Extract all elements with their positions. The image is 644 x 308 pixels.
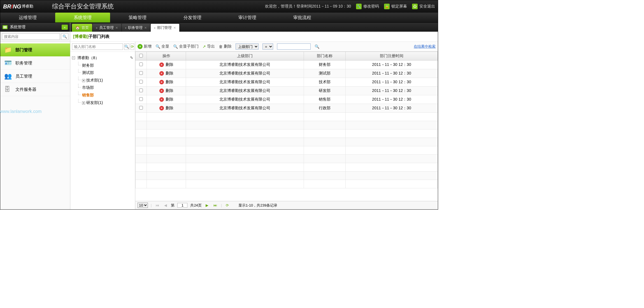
- delete-icon: ✕: [159, 71, 164, 76]
- page-icon: ▫: [96, 26, 97, 30]
- tab-0[interactable]: 🏠首页: [72, 24, 92, 32]
- table-row: ✕删除北京博睿勤技术发展有限公司技术部2011－11－30 12：30: [136, 78, 438, 87]
- collapse-icon[interactable]: −: [72, 56, 75, 59]
- logo: BRING 博睿勤: [3, 3, 49, 10]
- tree-node[interactable]: 销售部: [78, 91, 133, 99]
- row-checkbox[interactable]: [139, 97, 143, 101]
- select-all-checkbox[interactable]: [139, 54, 143, 57]
- delete-icon: ✕: [159, 80, 164, 84]
- delete-icon: ✕: [159, 106, 164, 110]
- close-icon[interactable]: ✕: [173, 26, 176, 30]
- sidebar-item-1[interactable]: 🪪职务管理: [0, 57, 70, 70]
- topnav-item-3[interactable]: 分发管理: [165, 13, 220, 22]
- table-row-empty: [136, 129, 438, 138]
- tree-root[interactable]: − 博睿勤（8） ✎: [72, 54, 133, 62]
- show-all-button[interactable]: 🔍全显: [155, 44, 169, 49]
- lock-screen-button[interactable]: 🔒 锁定屏幕: [384, 4, 407, 9]
- logout-button[interactable]: ⏻ 安全退出: [412, 4, 435, 9]
- tree-node[interactable]: 市场部: [78, 84, 133, 91]
- first-page-button[interactable]: ⏮: [154, 203, 160, 207]
- row-checkbox[interactable]: [139, 62, 143, 66]
- close-icon[interactable]: ✕: [144, 26, 147, 30]
- table-row: ✕删除北京博睿勤技术发展有限公司财务部2011－11－30 12：30: [136, 61, 438, 69]
- edit-icon[interactable]: ✎: [130, 54, 133, 62]
- total-pages: 共24页: [190, 203, 201, 208]
- collapse-sidebar-button[interactable]: «: [62, 25, 68, 30]
- row-delete-button[interactable]: ✕删除: [159, 62, 173, 67]
- sidebar-item-2[interactable]: 👥员工管理: [0, 70, 70, 83]
- sidebar-item-0[interactable]: 📁部门管理: [0, 43, 70, 57]
- tree-node[interactable]: 财务部: [78, 62, 133, 69]
- list-icon: [3, 25, 8, 29]
- wrench-icon: 🔧: [356, 4, 362, 9]
- expand-icon[interactable]: +: [82, 79, 85, 82]
- row-checkbox[interactable]: [139, 80, 143, 84]
- pager: 10 | ⏮ ◀ 第 共24页 ▶ ⏭ | ⟳ 显示1-10，共239条记录: [135, 201, 438, 209]
- sidebar-item-3[interactable]: 🗄文件服务器: [0, 83, 70, 96]
- tab-1[interactable]: ▫员工管理✕: [93, 24, 121, 32]
- row-delete-button[interactable]: ✕删除: [159, 97, 173, 102]
- topnav-item-5[interactable]: 审批流程: [275, 13, 330, 22]
- filter-search-button[interactable]: 🔍: [315, 44, 319, 49]
- filter-value-input[interactable]: [277, 43, 311, 50]
- expand-icon[interactable]: +: [82, 101, 85, 105]
- change-password-button[interactable]: 🔧 修改密码: [356, 4, 379, 9]
- data-grid: 操作上级部门部门名称部门注册时间 ✕删除北京博睿勤技术发展有限公司财务部2011…: [135, 52, 438, 188]
- page-size-select[interactable]: 10: [138, 203, 148, 208]
- search-in-results-link[interactable]: 在结果中检索: [414, 44, 436, 49]
- table-row-empty: [136, 121, 438, 129]
- topnav-item-2[interactable]: 策略管理: [110, 13, 165, 22]
- table-row-empty: [136, 113, 438, 121]
- page-icon: ▫: [154, 26, 155, 30]
- row-delete-button[interactable]: ✕删除: [159, 106, 173, 111]
- tree-node[interactable]: +技术部(1): [78, 77, 133, 84]
- tree-node[interactable]: 测试部: [78, 69, 133, 77]
- table-row-empty: [136, 163, 438, 172]
- top-nav: 运维管理系统管理策略管理分发管理审计管理审批流程: [0, 13, 438, 23]
- col-header: 操作: [147, 52, 186, 61]
- tab-3[interactable]: ▫部门管理✕: [151, 24, 179, 32]
- prev-page-button[interactable]: ◀: [163, 203, 168, 207]
- sidebar-icon: 🗄: [4, 86, 13, 93]
- tab-2[interactable]: ▫职务管理✕: [122, 24, 150, 32]
- app-title: 综合平台安全管理系统: [52, 2, 114, 11]
- close-icon[interactable]: ✕: [115, 26, 118, 30]
- filter-op-select[interactable]: =: [262, 43, 273, 50]
- filter-field-select[interactable]: 上级部门: [236, 43, 259, 50]
- row-delete-button[interactable]: ✕删除: [159, 80, 173, 85]
- trash-icon: 🗑: [219, 44, 223, 49]
- page-icon: ▫: [125, 26, 127, 30]
- show-all-sub-button[interactable]: 🔍全显子部门: [173, 44, 199, 49]
- current-page-input[interactable]: [177, 203, 187, 208]
- add-button[interactable]: +新增: [138, 44, 152, 49]
- last-page-button[interactable]: ⏭: [212, 203, 218, 207]
- svg-rect-3: [3, 28, 7, 28]
- col-header: 上级部门: [186, 52, 304, 61]
- sidebar-search-button[interactable]: 🔍: [61, 33, 68, 40]
- export-button[interactable]: ↗导出: [203, 44, 215, 49]
- sidebar-icon: 📁: [4, 46, 13, 54]
- sidebar-search-input[interactable]: [2, 33, 60, 40]
- table-row-empty: [136, 146, 438, 155]
- grid-toolbar: +新增 🔍全显 🔍全显子部门 ↗导出 🗑删除 上级部门 = 🔍 在结果中检索: [135, 42, 438, 52]
- next-page-button[interactable]: ▶: [204, 203, 210, 207]
- row-delete-button[interactable]: ✕删除: [159, 88, 173, 93]
- content-tabs: 🏠首页▫员工管理✕▫职务管理✕▫部门管理✕: [70, 23, 438, 32]
- tree-refresh-button[interactable]: ⟳: [131, 43, 134, 50]
- delete-icon: ✕: [159, 89, 164, 93]
- row-delete-button[interactable]: ✕删除: [159, 71, 173, 76]
- refresh-button[interactable]: ⟳: [225, 203, 230, 207]
- tree-search-input[interactable]: [72, 43, 123, 50]
- tree-search-button[interactable]: 🔍: [124, 43, 129, 50]
- row-checkbox[interactable]: [139, 71, 143, 75]
- row-checkbox[interactable]: [139, 106, 143, 110]
- topnav-item-0[interactable]: 运维管理: [0, 13, 55, 22]
- sidebar: 系统管理 « 🔍 📁部门管理🪪职务管理👥员工管理🗄文件服务器 www.lanla…: [0, 23, 70, 209]
- tree-node[interactable]: +研发部(1): [78, 99, 133, 106]
- col-header: 部门名称: [304, 52, 346, 61]
- delete-button[interactable]: 🗑删除: [219, 44, 232, 49]
- row-checkbox[interactable]: [139, 89, 143, 92]
- topnav-item-4[interactable]: 审计管理: [220, 13, 275, 22]
- topnav-item-1[interactable]: 系统管理: [55, 13, 110, 22]
- welcome-text: 欢迎您，管理员！登录时间2011－11－09 10：30: [265, 4, 351, 9]
